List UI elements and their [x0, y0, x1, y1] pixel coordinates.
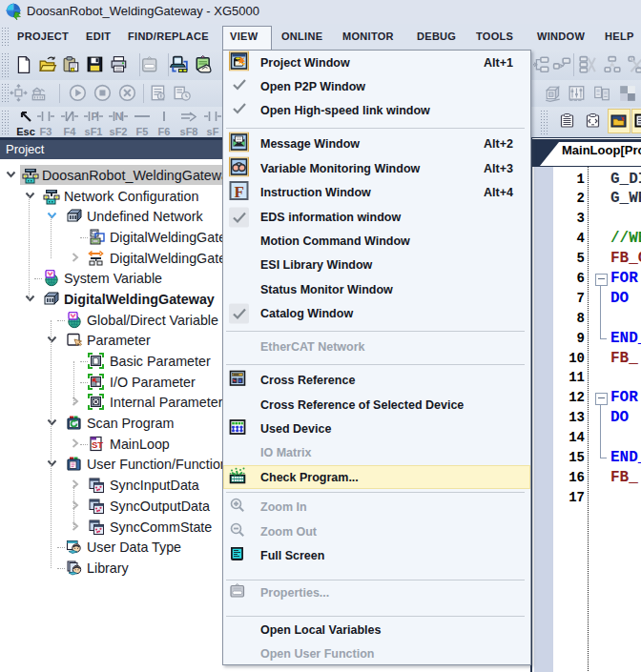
svg-text:F: F: [235, 183, 244, 201]
svg-text:ST: ST: [92, 439, 103, 450]
svg-text:P: P: [92, 111, 98, 122]
svg-text:N: N: [115, 111, 123, 122]
